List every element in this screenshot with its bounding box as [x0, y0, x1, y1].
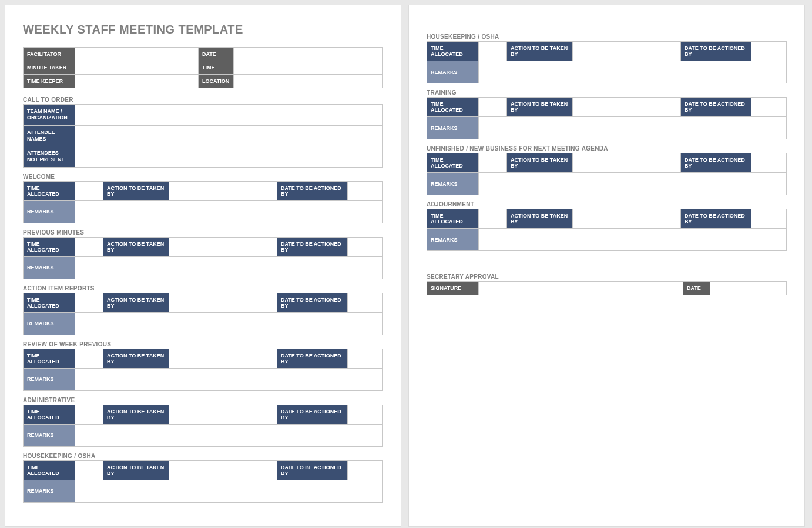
time-allocated-label: TIME ALLOCATED	[427, 209, 479, 229]
time-keeper-input[interactable]	[75, 75, 199, 88]
date-by-input[interactable]	[348, 349, 383, 368]
section-title: ADMINISTRATIVE	[23, 397, 383, 403]
date-by-label: DATE TO BE ACTIONED BY	[681, 42, 751, 61]
time-allocated-input[interactable]	[75, 237, 103, 256]
remarks-label: REMARKS	[24, 312, 75, 335]
remarks-input[interactable]	[479, 61, 787, 83]
agenda-section: REVIEW OF WEEK PREVIOUSTIME ALLOCATEDACT…	[23, 341, 383, 391]
minute-taker-input[interactable]	[75, 61, 199, 75]
action-by-label: ACTION TO BE TAKEN BY	[103, 405, 169, 424]
action-by-input[interactable]	[169, 181, 277, 200]
date-by-label: DATE TO BE ACTIONED BY	[277, 349, 348, 368]
approval-date-input[interactable]	[710, 282, 787, 295]
agenda-section: ADMINISTRATIVETIME ALLOCATEDACTION TO BE…	[23, 397, 383, 447]
agenda-section: ACTION ITEM REPORTSTIME ALLOCATEDACTION …	[23, 285, 383, 335]
date-by-input[interactable]	[751, 98, 787, 117]
time-allocated-label: TIME ALLOCATED	[24, 237, 75, 256]
agenda-section: TRAININGTIME ALLOCATEDACTION TO BE TAKEN…	[427, 89, 787, 139]
time-allocated-input[interactable]	[75, 460, 103, 480]
date-by-input[interactable]	[348, 293, 383, 312]
remarks-input[interactable]	[75, 368, 383, 390]
time-allocated-label: TIME ALLOCATED	[24, 405, 75, 424]
action-by-label: ACTION TO BE TAKEN BY	[507, 209, 573, 229]
remarks-input[interactable]	[75, 480, 383, 502]
location-label: LOCATION	[199, 75, 234, 88]
time-allocated-input[interactable]	[479, 153, 507, 173]
date-by-label: DATE TO BE ACTIONED BY	[681, 209, 751, 229]
team-name-label: TEAM NAME / ORGANIZATION	[24, 105, 75, 126]
action-by-label: ACTION TO BE TAKEN BY	[103, 460, 169, 480]
action-by-label: ACTION TO BE TAKEN BY	[103, 293, 169, 312]
date-by-label: DATE TO BE ACTIONED BY	[277, 293, 348, 312]
remarks-label: REMARKS	[427, 173, 479, 195]
signature-input[interactable]	[479, 282, 683, 295]
time-keeper-label: TIME KEEPER	[24, 75, 75, 88]
page-1: WEEKLY STAFF MEETING TEMPLATE FACILITATO…	[5, 5, 401, 527]
agenda-section: UNFINISHED / NEW BUSINESS FOR NEXT MEETI…	[427, 145, 787, 195]
section-title: TRAINING	[427, 89, 787, 96]
remarks-label: REMARKS	[427, 61, 479, 83]
time-allocated-input[interactable]	[479, 209, 507, 229]
time-allocated-input[interactable]	[75, 293, 103, 312]
page-2: HOUSEKEEPING / OSHATIME ALLOCATEDACTION …	[408, 5, 805, 527]
section-title: HOUSEKEEPING / OSHA	[427, 34, 787, 40]
date-by-input[interactable]	[348, 237, 383, 256]
team-name-input[interactable]	[75, 105, 383, 126]
agenda-section: HOUSEKEEPING / OSHATIME ALLOCATEDACTION …	[23, 453, 383, 503]
time-allocated-label: TIME ALLOCATED	[24, 460, 75, 480]
date-by-input[interactable]	[751, 209, 787, 229]
remarks-input[interactable]	[75, 200, 383, 223]
attendee-names-input[interactable]	[75, 125, 383, 146]
agenda-section: PREVIOUS MINUTESTIME ALLOCATEDACTION TO …	[23, 229, 383, 279]
time-allocated-input[interactable]	[479, 42, 507, 61]
action-by-input[interactable]	[573, 209, 681, 229]
action-by-input[interactable]	[169, 349, 277, 368]
time-allocated-input[interactable]	[75, 349, 103, 368]
action-by-input[interactable]	[573, 42, 681, 61]
action-by-input[interactable]	[573, 153, 681, 173]
date-by-label: DATE TO BE ACTIONED BY	[277, 460, 348, 480]
section-title: PREVIOUS MINUTES	[23, 229, 383, 236]
time-allocated-input[interactable]	[479, 98, 507, 117]
date-input[interactable]	[234, 48, 383, 61]
time-input[interactable]	[234, 61, 383, 75]
minute-taker-label: MINUTE TAKER	[24, 61, 75, 75]
section-title: ADJOURNMENT	[427, 201, 787, 208]
date-by-input[interactable]	[348, 181, 383, 200]
remarks-input[interactable]	[479, 117, 787, 139]
remarks-label: REMARKS	[24, 368, 75, 390]
action-by-input[interactable]	[169, 237, 277, 256]
date-by-label: DATE TO BE ACTIONED BY	[681, 153, 751, 173]
remarks-label: REMARKS	[427, 229, 479, 251]
action-by-label: ACTION TO BE TAKEN BY	[507, 42, 573, 61]
action-by-label: ACTION TO BE TAKEN BY	[103, 237, 169, 256]
time-allocated-input[interactable]	[75, 181, 103, 200]
facilitator-input[interactable]	[75, 48, 199, 61]
action-by-input[interactable]	[169, 460, 277, 480]
remarks-label: REMARKS	[427, 117, 479, 139]
date-by-label: DATE TO BE ACTIONED BY	[277, 405, 348, 424]
remarks-input[interactable]	[75, 424, 383, 446]
location-input[interactable]	[234, 75, 383, 88]
action-by-input[interactable]	[573, 98, 681, 117]
agenda-section: ADJOURNMENTTIME ALLOCATEDACTION TO BE TA…	[427, 201, 787, 251]
date-by-input[interactable]	[348, 405, 383, 424]
remarks-input[interactable]	[75, 312, 383, 335]
remarks-input[interactable]	[479, 173, 787, 195]
date-by-input[interactable]	[348, 460, 383, 480]
secretary-approval-title: SECRETARY APPROVAL	[427, 273, 787, 280]
date-by-input[interactable]	[751, 42, 787, 61]
remarks-label: REMARKS	[24, 256, 75, 279]
action-by-input[interactable]	[169, 405, 277, 424]
time-allocated-label: TIME ALLOCATED	[24, 349, 75, 368]
remarks-input[interactable]	[479, 229, 787, 251]
date-by-input[interactable]	[751, 153, 787, 173]
remarks-input[interactable]	[75, 256, 383, 279]
time-allocated-label: TIME ALLOCATED	[427, 153, 479, 173]
time-allocated-input[interactable]	[75, 405, 103, 424]
agenda-section: WELCOMETIME ALLOCATEDACTION TO BE TAKEN …	[23, 173, 383, 223]
date-by-label: DATE TO BE ACTIONED BY	[277, 181, 348, 200]
action-by-input[interactable]	[169, 293, 277, 312]
time-allocated-label: TIME ALLOCATED	[427, 98, 479, 117]
not-present-input[interactable]	[75, 146, 383, 168]
